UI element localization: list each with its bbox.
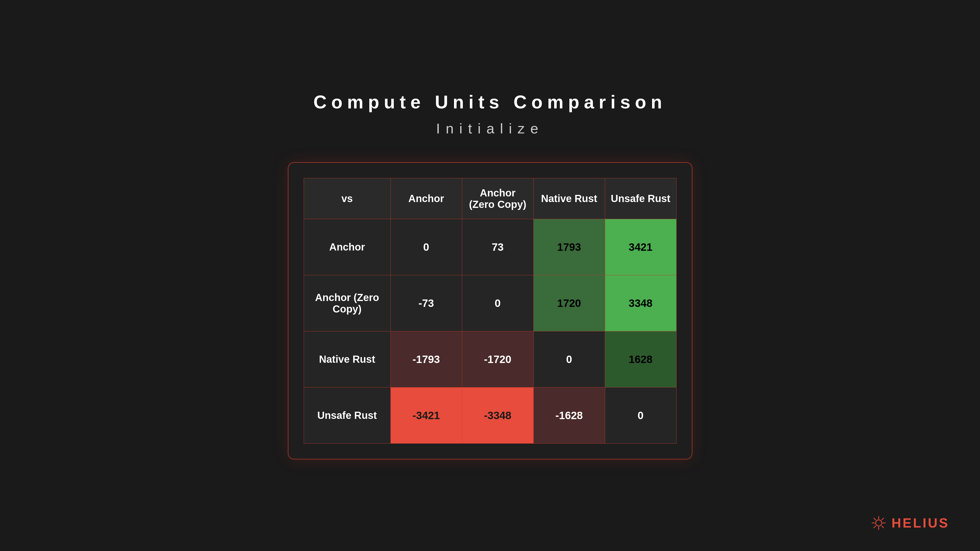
row-label-anchor: Anchor bbox=[304, 219, 390, 275]
helius-icon bbox=[871, 515, 886, 530]
helius-text: HELIUS bbox=[891, 515, 950, 530]
cell-native-native: 0 bbox=[533, 331, 605, 387]
cell-anchor-zero-anchor: -73 bbox=[390, 275, 462, 331]
cell-unsafe-anchor-zero: -3348 bbox=[462, 387, 533, 444]
svg-line-5 bbox=[874, 518, 876, 520]
page-subtitle: Initialize bbox=[436, 120, 544, 137]
header-vs: vs bbox=[304, 178, 390, 219]
row-label-native: Native Rust bbox=[304, 331, 390, 387]
cell-anchor-zero-anchor-zero: 0 bbox=[462, 275, 533, 331]
comparison-table-container: vs Anchor Anchor(Zero Copy) Native Rust … bbox=[288, 162, 692, 459]
cell-native-anchor: -1793 bbox=[390, 331, 462, 387]
cell-anchor-unsafe: 3421 bbox=[605, 219, 676, 275]
row-label-anchor-zero: Anchor (Zero Copy) bbox=[304, 275, 390, 331]
header-native-rust: Native Rust bbox=[533, 178, 605, 219]
table-row: Anchor (Zero Copy) -73 0 1720 3348 bbox=[304, 275, 676, 331]
svg-line-8 bbox=[874, 526, 876, 528]
row-label-unsafe: Unsafe Rust bbox=[304, 387, 390, 444]
header-unsafe-rust: Unsafe Rust bbox=[605, 178, 676, 219]
header-anchor: Anchor bbox=[390, 178, 462, 219]
table-row: Anchor 0 73 1793 3421 bbox=[304, 219, 676, 275]
table-row: Native Rust -1793 -1720 0 1628 bbox=[304, 331, 676, 387]
comparison-table: vs Anchor Anchor(Zero Copy) Native Rust … bbox=[304, 178, 676, 444]
cell-anchor-anchor: 0 bbox=[390, 219, 462, 275]
table-row: Unsafe Rust -3421 -3348 -1628 0 bbox=[304, 387, 676, 444]
cell-anchor-zero-native: 1720 bbox=[533, 275, 605, 331]
cell-anchor-zero-unsafe: 3348 bbox=[605, 275, 676, 331]
cell-unsafe-native: -1628 bbox=[533, 387, 605, 444]
cell-anchor-anchor-zero: 73 bbox=[462, 219, 533, 275]
cell-unsafe-anchor: -3421 bbox=[390, 387, 462, 444]
cell-native-anchor-zero: -1720 bbox=[462, 331, 533, 387]
page-title: Compute Units Comparison bbox=[313, 92, 667, 113]
svg-line-7 bbox=[882, 518, 883, 520]
svg-point-0 bbox=[876, 520, 882, 526]
cell-native-unsafe: 1628 bbox=[605, 331, 676, 387]
helius-logo: HELIUS bbox=[871, 515, 950, 530]
cell-anchor-native: 1793 bbox=[533, 219, 605, 275]
cell-unsafe-unsafe: 0 bbox=[605, 387, 676, 444]
svg-line-6 bbox=[882, 526, 883, 528]
header-anchor-zero-copy: Anchor(Zero Copy) bbox=[462, 178, 533, 219]
